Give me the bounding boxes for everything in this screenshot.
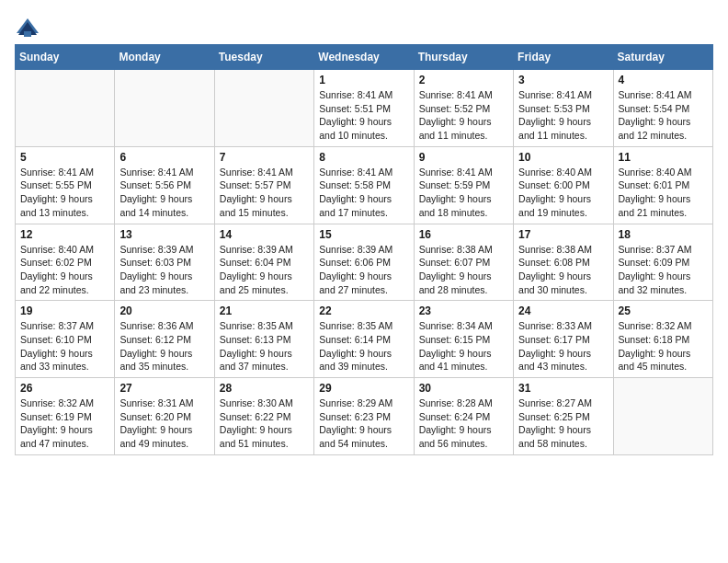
day-number: 6 [119,151,209,164]
day-info: Sunrise: 8:38 AM Sunset: 6:08 PM Dayligh… [518,243,608,297]
calendar-cell: 9Sunrise: 8:41 AM Sunset: 5:59 PM Daylig… [414,146,513,224]
calendar-cell: 13Sunrise: 8:39 AM Sunset: 6:03 PM Dayli… [115,224,214,301]
day-info: Sunrise: 8:39 AM Sunset: 6:06 PM Dayligh… [319,243,408,297]
day-number: 23 [419,304,508,317]
calendar-cell: 3Sunrise: 8:41 AM Sunset: 5:53 PM Daylig… [514,70,613,147]
day-number: 26 [20,382,109,395]
calendar-cell: 18Sunrise: 8:37 AM Sunset: 6:09 PM Dayli… [613,224,712,301]
week-row-2: 5Sunrise: 8:41 AM Sunset: 5:55 PM Daylig… [16,146,713,224]
calendar-cell [16,70,115,147]
header-day-friday: Friday [514,45,613,70]
calendar-cell: 17Sunrise: 8:38 AM Sunset: 6:08 PM Dayli… [514,224,613,301]
day-number: 19 [20,304,109,317]
day-number: 20 [119,304,209,317]
day-info: Sunrise: 8:41 AM Sunset: 5:56 PM Dayligh… [119,166,209,220]
day-number: 31 [518,382,608,395]
day-number: 17 [518,228,608,241]
day-info: Sunrise: 8:41 AM Sunset: 5:58 PM Dayligh… [319,166,408,220]
day-info: Sunrise: 8:35 AM Sunset: 6:14 PM Dayligh… [319,319,408,373]
header-day-saturday: Saturday [613,45,712,70]
calendar-cell: 11Sunrise: 8:40 AM Sunset: 6:01 PM Dayli… [613,146,712,224]
calendar-cell: 1Sunrise: 8:41 AM Sunset: 5:51 PM Daylig… [314,70,414,147]
day-number: 18 [619,228,708,241]
day-number: 12 [20,228,109,241]
header-day-tuesday: Tuesday [214,45,313,70]
day-number: 4 [619,74,708,86]
day-info: Sunrise: 8:32 AM Sunset: 6:19 PM Dayligh… [20,396,109,451]
calendar-cell: 28Sunrise: 8:30 AM Sunset: 6:22 PM Dayli… [214,378,313,455]
calendar-cell: 5Sunrise: 8:41 AM Sunset: 5:55 PM Daylig… [16,146,115,224]
header-day-monday: Monday [115,45,214,70]
day-info: Sunrise: 8:41 AM Sunset: 5:52 PM Dayligh… [419,88,508,143]
day-number: 9 [419,151,508,164]
calendar-cell: 25Sunrise: 8:32 AM Sunset: 6:18 PM Dayli… [613,301,712,378]
calendar-cell [115,70,214,147]
day-info: Sunrise: 8:33 AM Sunset: 6:17 PM Dayligh… [518,319,608,373]
day-info: Sunrise: 8:41 AM Sunset: 5:51 PM Dayligh… [319,88,408,143]
day-info: Sunrise: 8:39 AM Sunset: 6:04 PM Dayligh… [220,243,309,297]
week-row-1: 1Sunrise: 8:41 AM Sunset: 5:51 PM Daylig… [16,70,713,147]
calendar-cell: 6Sunrise: 8:41 AM Sunset: 5:56 PM Daylig… [115,146,214,224]
day-number: 28 [220,382,309,395]
day-info: Sunrise: 8:31 AM Sunset: 6:20 PM Dayligh… [119,396,209,451]
calendar-cell: 30Sunrise: 8:28 AM Sunset: 6:24 PM Dayli… [414,378,513,455]
day-number: 21 [220,304,309,317]
calendar-header-row: SundayMondayTuesdayWednesdayThursdayFrid… [16,45,713,70]
day-number: 22 [319,304,408,317]
day-info: Sunrise: 8:41 AM Sunset: 5:59 PM Dayligh… [419,166,508,220]
day-info: Sunrise: 8:35 AM Sunset: 6:13 PM Dayligh… [220,319,309,373]
day-info: Sunrise: 8:28 AM Sunset: 6:24 PM Dayligh… [419,396,508,451]
day-number: 2 [419,74,508,86]
day-number: 13 [119,228,209,241]
week-row-4: 19Sunrise: 8:37 AM Sunset: 6:10 PM Dayli… [16,301,713,378]
day-number: 29 [319,382,408,395]
calendar-cell [613,378,712,455]
calendar-cell: 29Sunrise: 8:29 AM Sunset: 6:23 PM Dayli… [314,378,414,455]
day-info: Sunrise: 8:29 AM Sunset: 6:23 PM Dayligh… [319,396,408,451]
calendar-cell: 31Sunrise: 8:27 AM Sunset: 6:25 PM Dayli… [514,378,613,455]
day-info: Sunrise: 8:30 AM Sunset: 6:22 PM Dayligh… [220,396,309,451]
day-info: Sunrise: 8:40 AM Sunset: 6:02 PM Dayligh… [20,243,109,297]
day-number: 30 [419,382,508,395]
calendar-cell: 22Sunrise: 8:35 AM Sunset: 6:14 PM Dayli… [314,301,414,378]
day-number: 10 [518,151,608,164]
day-number: 24 [518,304,608,317]
week-row-3: 12Sunrise: 8:40 AM Sunset: 6:02 PM Dayli… [16,224,713,301]
logo-icon [15,15,40,40]
day-info: Sunrise: 8:41 AM Sunset: 5:57 PM Dayligh… [220,166,309,220]
day-info: Sunrise: 8:27 AM Sunset: 6:25 PM Dayligh… [518,396,608,451]
week-row-5: 26Sunrise: 8:32 AM Sunset: 6:19 PM Dayli… [16,378,713,455]
calendar-cell: 4Sunrise: 8:41 AM Sunset: 5:54 PM Daylig… [613,70,712,147]
logo [15,15,44,40]
day-number: 16 [419,228,508,241]
calendar-cell: 26Sunrise: 8:32 AM Sunset: 6:19 PM Dayli… [16,378,115,455]
calendar-cell: 12Sunrise: 8:40 AM Sunset: 6:02 PM Dayli… [16,224,115,301]
calendar-table: SundayMondayTuesdayWednesdayThursdayFrid… [15,44,713,455]
day-number: 27 [119,382,209,395]
header-day-sunday: Sunday [16,45,115,70]
calendar-cell: 24Sunrise: 8:33 AM Sunset: 6:17 PM Dayli… [514,301,613,378]
svg-rect-3 [24,31,31,37]
day-number: 25 [619,304,708,317]
calendar-cell: 27Sunrise: 8:31 AM Sunset: 6:20 PM Dayli… [115,378,214,455]
calendar-cell: 10Sunrise: 8:40 AM Sunset: 6:00 PM Dayli… [514,146,613,224]
day-number: 8 [319,151,408,164]
day-info: Sunrise: 8:38 AM Sunset: 6:07 PM Dayligh… [419,243,508,297]
header-day-wednesday: Wednesday [314,45,414,70]
day-number: 7 [220,151,309,164]
header [15,15,713,40]
calendar-cell: 14Sunrise: 8:39 AM Sunset: 6:04 PM Dayli… [214,224,313,301]
day-number: 3 [518,74,608,86]
calendar-cell [214,70,313,147]
day-info: Sunrise: 8:40 AM Sunset: 6:01 PM Dayligh… [619,166,708,220]
calendar-cell: 2Sunrise: 8:41 AM Sunset: 5:52 PM Daylig… [414,70,513,147]
calendar-cell: 21Sunrise: 8:35 AM Sunset: 6:13 PM Dayli… [214,301,313,378]
calendar-cell: 16Sunrise: 8:38 AM Sunset: 6:07 PM Dayli… [414,224,513,301]
day-info: Sunrise: 8:37 AM Sunset: 6:10 PM Dayligh… [20,319,109,373]
day-number: 15 [319,228,408,241]
calendar-cell: 19Sunrise: 8:37 AM Sunset: 6:10 PM Dayli… [16,301,115,378]
day-number: 1 [319,74,408,86]
day-info: Sunrise: 8:41 AM Sunset: 5:53 PM Dayligh… [518,88,608,143]
day-number: 11 [619,151,708,164]
header-day-thursday: Thursday [414,45,513,70]
